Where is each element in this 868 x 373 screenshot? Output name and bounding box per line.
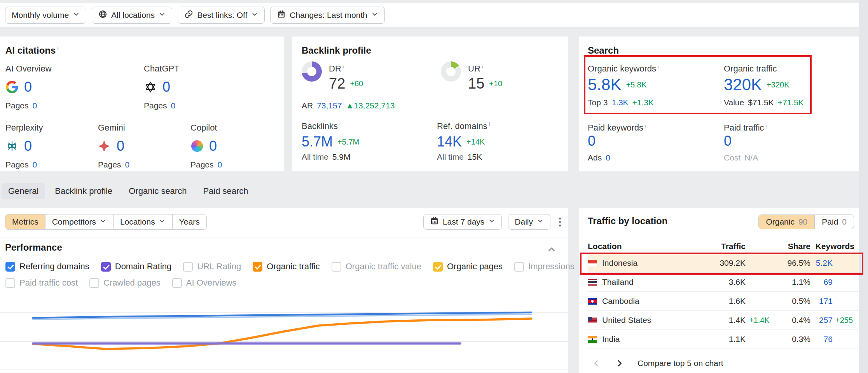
pages-label: Pages — [144, 101, 167, 110]
dr-value-row: 72 +60 — [329, 75, 363, 92]
date-range-button[interactable]: Last 7 days — [423, 214, 502, 230]
ai-citations-count[interactable]: 0 — [162, 79, 170, 95]
performance-controls: MetricsCompetitorsLocationsYears Last 7 … — [5, 213, 563, 230]
share-value: 96.5% — [779, 258, 810, 268]
ai-citations-count[interactable]: 0 — [117, 138, 124, 154]
chevron-up-icon[interactable] — [547, 244, 557, 256]
segment-locations[interactable]: Locations — [113, 214, 172, 229]
tab-general[interactable]: General — [2, 183, 45, 199]
ads-row: Ads 0 — [588, 153, 610, 162]
pages-count[interactable]: 0 — [218, 160, 222, 169]
traffic-value: 1.1K — [699, 335, 746, 344]
column-header-share[interactable]: Share — [779, 242, 810, 251]
filter-best-links-off[interactable]: Best links: Off — [178, 7, 265, 24]
segment-metrics[interactable]: Metrics — [5, 214, 45, 229]
ai-item-name: Gemini — [98, 123, 183, 133]
traffic-value-row: Value $71.5K +71.5K — [724, 98, 804, 107]
table-row-united-states[interactable]: United States1.4K+1.4K0.4%257+255 — [588, 311, 859, 330]
checkbox-box — [101, 262, 111, 272]
organic-traffic-value[interactable]: 320K — [724, 75, 762, 94]
backlinks-value-row: 5.7M +5.7M — [302, 134, 359, 150]
filter-all-locations[interactable]: All locations — [92, 7, 172, 24]
filter-toolbar: Monthly volumeAll locationsBest links: O… — [0, 3, 859, 27]
checkbox-impressions[interactable]: Impressions — [514, 261, 575, 272]
ads-value[interactable]: 0 — [606, 153, 610, 162]
info-icon[interactable]: i — [779, 64, 780, 70]
table-row-cambodia[interactable]: Cambodia1.6K0.5%171 — [588, 292, 859, 311]
segment-label: Metrics — [12, 217, 38, 227]
ref-domains-value[interactable]: 14K — [437, 134, 462, 150]
granularity-button[interactable]: Daily — [508, 214, 550, 230]
checkbox-url-rating[interactable]: URL Rating — [183, 261, 241, 272]
scrollbar-gutter[interactable] — [859, 0, 868, 373]
prev-page-icon[interactable] — [592, 359, 601, 368]
ai-citations-count[interactable]: 0 — [24, 79, 32, 95]
info-icon[interactable]: i — [339, 121, 341, 127]
checkbox-box — [5, 278, 15, 288]
info-icon[interactable]: i — [658, 64, 659, 70]
date-controls: Last 7 days Daily — [423, 214, 563, 230]
traffic-by-location-title: Traffic by location — [588, 216, 667, 227]
tab-organic-search[interactable]: Organic search — [122, 183, 193, 199]
organic-keywords-value[interactable]: 5.8K — [588, 75, 621, 94]
checkbox-label: Impressions — [528, 261, 575, 272]
checkbox-ai-overviews[interactable]: AI Overviews — [172, 278, 237, 288]
checkbox-paid-traffic-cost[interactable]: Paid traffic cost — [5, 278, 78, 288]
ai-item-copilot: Copilot0Pages0 — [190, 123, 276, 169]
keywords-link[interactable]: 69 — [810, 277, 833, 287]
keywords-link[interactable]: 5.2K — [810, 258, 833, 268]
backlinks-value[interactable]: 5.7M — [302, 134, 333, 150]
info-icon[interactable]: i — [645, 123, 646, 129]
checkbox-crawled-pages[interactable]: Crawled pages — [89, 278, 161, 288]
checkbox-label: AI Overviews — [186, 278, 237, 288]
ai-citations-count[interactable]: 0 — [209, 138, 217, 154]
info-icon[interactable]: i — [343, 64, 344, 70]
compare-top5-link[interactable]: Compare top 5 on chart — [637, 359, 723, 368]
keywords-link[interactable]: 257 — [810, 315, 833, 325]
info-icon[interactable]: i — [766, 123, 767, 129]
location-table: LocationTrafficShareKeywordsIndonesia309… — [588, 239, 859, 349]
kebab-menu-icon[interactable] — [557, 215, 563, 229]
tab-paid-search[interactable]: Paid search — [196, 183, 255, 199]
ar-value[interactable]: 73,157 — [317, 101, 342, 110]
toggle-paid[interactable]: Paid 0 — [814, 215, 854, 229]
checkbox-organic-traffic-value[interactable]: Organic traffic value — [332, 261, 421, 272]
pages-count[interactable]: 0 — [171, 101, 176, 110]
table-row-thailand[interactable]: Thailand3.6K1.1%69 — [588, 273, 859, 292]
info-icon[interactable]: i — [489, 121, 490, 127]
filter-changes-last-month[interactable]: Changes: Last month — [270, 7, 385, 24]
ai-citations-count[interactable]: 0 — [24, 138, 32, 154]
toggle-organic[interactable]: Organic 90 — [759, 215, 814, 229]
checkbox-organic-traffic[interactable]: Organic traffic — [253, 261, 320, 272]
location-cell: Indonesia — [588, 258, 699, 268]
top3-value[interactable]: 1.3K — [611, 98, 628, 107]
paid-keywords-value[interactable]: 0 — [588, 133, 596, 149]
keywords-link[interactable]: 76 — [810, 335, 833, 344]
keywords-link[interactable]: 171 — [810, 296, 833, 306]
checkbox-domain-rating[interactable]: Domain Rating — [101, 261, 172, 272]
chevron-down-icon — [537, 217, 544, 227]
info-icon[interactable]: i — [482, 64, 483, 70]
table-row-indonesia[interactable]: Indonesia309.2K96.5%5.2K — [588, 254, 859, 273]
pages-count[interactable]: 0 — [33, 101, 37, 110]
table-row-india[interactable]: India1.1K0.3%76 — [588, 330, 859, 349]
ref-domains-delta: +14K — [466, 138, 485, 146]
tab-backlink-profile[interactable]: Backlink profile — [48, 183, 119, 199]
segment-competitors[interactable]: Competitors — [45, 214, 113, 229]
pages-count[interactable]: 0 — [125, 160, 130, 169]
column-header-location[interactable]: Location — [588, 242, 699, 251]
next-page-icon[interactable] — [615, 359, 623, 368]
organic-traffic-value-row: 320K +320K — [724, 75, 789, 94]
filter-monthly-volume[interactable]: Monthly volume — [5, 7, 86, 24]
paid-traffic-value[interactable]: 0 — [724, 133, 732, 149]
info-icon[interactable]: i — [57, 45, 59, 51]
location-name: Indonesia — [602, 258, 637, 268]
segment-years[interactable]: Years — [172, 214, 206, 229]
pages-count[interactable]: 0 — [33, 160, 37, 169]
column-header-traffic[interactable]: Traffic — [699, 242, 746, 251]
checkbox-referring-domains[interactable]: Referring domains — [5, 261, 89, 272]
ai-citations-card: AI citationsi AI Overview0Pages0ChatGPT0… — [0, 37, 284, 171]
column-header-keywords[interactable]: Keywords — [810, 242, 859, 251]
checkbox-organic-pages[interactable]: Organic pages — [433, 261, 503, 272]
performance-line-chart[interactable] — [0, 295, 568, 373]
